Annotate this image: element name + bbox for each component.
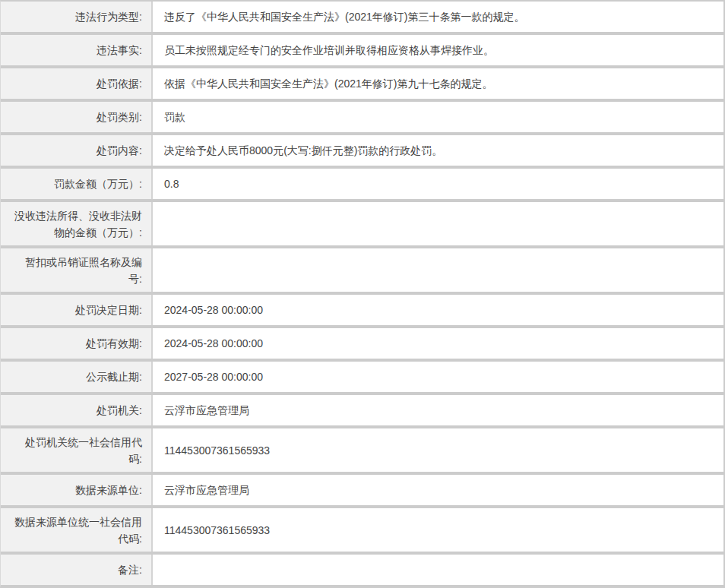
row-value: 罚款 [153,102,723,132]
row-value: 决定给予处人民币8000元(大写:捌仟元整)罚款的行政处罚。 [153,135,723,166]
row-value: 违反了《中华人民共和国安全生产法》(2021年修订)第三十条第一款的规定。 [153,2,723,32]
row-label: 处罚依据: [1,68,153,99]
table-row: 数据来源单位统一社会信用代码: 114453007361565933 [1,508,723,555]
table-row: 公示截止期: 2027-05-28 00:00:00 [1,362,723,395]
table-row: 数据来源单位: 云浮市应急管理局 [1,475,723,508]
row-value: 114453007361565933 [153,508,723,552]
table-row: 违法行为类型: 违反了《中华人民共和国安全生产法》(2021年修订)第三十条第一… [1,2,723,35]
row-label: 处罚决定日期: [1,295,153,325]
table-row: 处罚决定日期: 2024-05-28 00:00:00 [1,295,723,328]
table-row: 处罚有效期: 2024-05-28 00:00:00 [1,328,723,362]
row-label: 违法行为类型: [1,2,153,32]
row-value: 2027-05-28 00:00:00 [153,362,723,392]
row-value: 云浮市应急管理局 [153,475,723,505]
row-label: 没收违法所得、没收非法财物的金额（万元）: [1,202,153,245]
row-label: 暂扣或吊销证照名称及编号: [1,248,153,292]
table-row: 处罚类别: 罚款 [1,102,723,135]
row-value: 云浮市应急管理局 [153,395,723,425]
row-label: 处罚机关统一社会信用代码: [1,428,153,472]
penalty-record-table: 违法行为类型: 违反了《中华人民共和国安全生产法》(2021年修订)第三十条第一… [0,0,725,588]
row-label: 违法事实: [1,35,153,65]
row-value [153,248,723,292]
row-value: 0.8 [153,169,723,199]
row-value: 依据《中华人民共和国安全生产法》(2021年修订)第九十七条的规定。 [153,68,723,99]
row-label: 处罚内容: [1,135,153,166]
table-row: 处罚依据: 依据《中华人民共和国安全生产法》(2021年修订)第九十七条的规定。 [1,68,723,102]
row-label: 公示截止期: [1,362,153,392]
table-row: 罚款金额（万元）: 0.8 [1,169,723,202]
table-row: 处罚机关统一社会信用代码: 114453007361565933 [1,428,723,475]
row-label: 数据来源单位统一社会信用代码: [1,508,153,552]
table-row: 违法事实: 员工未按照规定经专门的安全作业培训并取得相应资格从事焊接作业。 [1,35,723,68]
table-row: 处罚内容: 决定给予处人民币8000元(大写:捌仟元整)罚款的行政处罚。 [1,135,723,169]
table-row: 没收违法所得、没收非法财物的金额（万元）: [1,202,723,248]
row-value [153,202,723,245]
row-label: 数据来源单位: [1,475,153,505]
row-label: 处罚类别: [1,102,153,132]
row-value: 员工未按照规定经专门的安全作业培训并取得相应资格从事焊接作业。 [153,35,723,65]
row-value: 2024-05-28 00:00:00 [153,295,723,325]
row-label: 罚款金额（万元）: [1,169,153,199]
row-label: 备注: [1,555,153,585]
table-row: 备注: [1,555,723,585]
row-value: 114453007361565933 [153,428,723,472]
table-row: 暂扣或吊销证照名称及编号: [1,248,723,295]
row-value: 2024-05-28 00:00:00 [153,328,723,359]
row-label: 处罚机关: [1,395,153,425]
row-value [153,555,723,585]
row-label: 处罚有效期: [1,328,153,359]
table-row: 处罚机关: 云浮市应急管理局 [1,395,723,428]
